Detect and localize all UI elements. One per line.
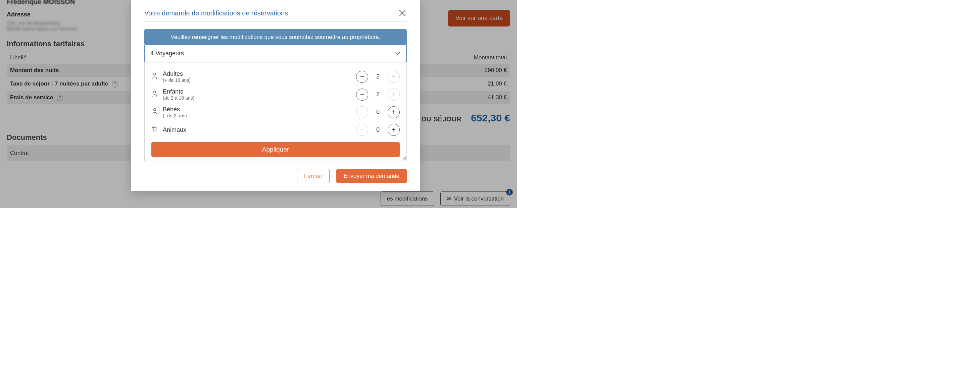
person-icon	[151, 73, 158, 81]
stepper-row-adults: Adultes (+ de 18 ans) − 2 +	[151, 68, 400, 85]
stepper-value: 0	[375, 109, 381, 116]
svg-point-4	[154, 127, 155, 127]
minus-button: −	[356, 106, 368, 119]
close-icon[interactable]	[398, 9, 407, 17]
minus-button[interactable]: −	[356, 71, 368, 83]
plus-button[interactable]: +	[388, 106, 400, 119]
svg-point-3	[153, 127, 153, 128]
plus-button[interactable]: +	[388, 124, 400, 136]
stepper-value: 0	[375, 127, 381, 133]
stepper-row-children: Enfants (de 2 à 18 ans) − 2 +	[151, 85, 400, 103]
row-title: Enfants	[163, 88, 352, 95]
svg-point-2	[154, 109, 156, 111]
stepper-value: 2	[375, 91, 381, 98]
paw-icon	[151, 126, 158, 134]
travellers-select[interactable]: 4 Voyageurs	[144, 45, 407, 62]
travellers-panel: Adultes (+ de 18 ans) − 2 + Enfants (de …	[144, 62, 407, 161]
modification-modal: Votre demande de modifications de réserv…	[131, 0, 420, 191]
person-icon	[151, 90, 158, 98]
svg-point-1	[154, 91, 156, 93]
plus-button: +	[388, 71, 400, 83]
svg-point-6	[153, 129, 156, 131]
send-request-button[interactable]: Envoyer ma demande	[336, 169, 407, 183]
close-button[interactable]: Fermer	[297, 169, 329, 183]
apply-button[interactable]: Appliquer	[151, 142, 400, 157]
chevron-down-icon	[395, 50, 401, 57]
resize-handle-icon[interactable]: ◢	[402, 155, 406, 160]
minus-button[interactable]: −	[356, 89, 368, 101]
row-title: Bébés	[163, 106, 352, 113]
stepper-value: 2	[375, 73, 381, 80]
svg-point-5	[156, 127, 157, 128]
row-hint: (- de 2 ans)	[163, 113, 352, 119]
plus-button: +	[388, 89, 400, 101]
stepper-row-babies: Bébés (- de 2 ans) − 0 +	[151, 103, 400, 121]
travellers-summary: 4 Voyageurs	[150, 50, 184, 57]
svg-point-0	[154, 73, 156, 75]
info-banner: Veuillez renseigner les modifications qu…	[144, 29, 407, 45]
person-icon	[151, 108, 158, 116]
modal-title: Votre demande de modifications de réserv…	[144, 9, 288, 17]
stepper-row-pets: Animaux − 0 +	[151, 121, 400, 138]
row-hint: (de 2 à 18 ans)	[163, 95, 352, 101]
row-title: Adultes	[163, 70, 352, 78]
row-title: Animaux	[163, 127, 352, 133]
minus-button: −	[356, 124, 368, 136]
row-hint: (+ de 18 ans)	[163, 78, 352, 83]
